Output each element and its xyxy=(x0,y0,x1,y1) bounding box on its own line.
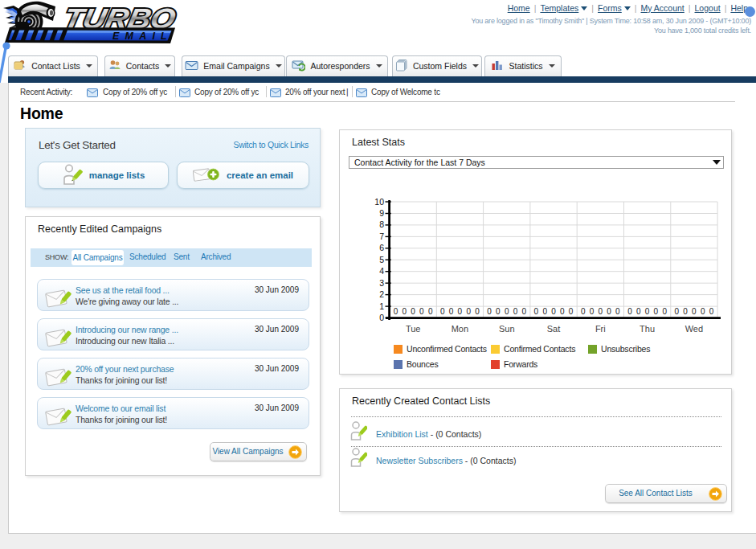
svg-text:Sat: Sat xyxy=(547,324,561,334)
svg-text:10: 10 xyxy=(374,197,384,207)
svg-text:4: 4 xyxy=(379,266,384,276)
svg-text:Wed: Wed xyxy=(685,324,703,334)
svg-text:Mon: Mon xyxy=(452,324,468,334)
svg-text:0: 0 xyxy=(599,307,603,316)
svg-text:0: 0 xyxy=(379,313,384,322)
svg-text:0: 0 xyxy=(542,307,547,316)
svg-text:0: 0 xyxy=(505,307,509,316)
svg-text:6: 6 xyxy=(379,243,384,252)
svg-text:Tue: Tue xyxy=(406,324,421,334)
svg-text:0: 0 xyxy=(458,307,463,316)
svg-text:0: 0 xyxy=(449,307,454,316)
svg-text:0: 0 xyxy=(569,307,574,316)
svg-text:0: 0 xyxy=(487,307,492,316)
svg-text:0: 0 xyxy=(709,307,714,316)
svg-text:3: 3 xyxy=(379,278,384,288)
svg-text:2: 2 xyxy=(379,289,384,299)
svg-text:0: 0 xyxy=(428,307,433,316)
svg-text:0: 0 xyxy=(560,307,565,316)
svg-text:0: 0 xyxy=(394,307,398,316)
svg-text:0: 0 xyxy=(419,307,424,316)
svg-text:0: 0 xyxy=(662,307,667,316)
svg-text:1: 1 xyxy=(379,301,384,311)
svg-text:0: 0 xyxy=(701,307,705,316)
svg-text:0: 0 xyxy=(411,307,415,316)
svg-text:0: 0 xyxy=(466,307,471,316)
svg-text:0: 0 xyxy=(692,307,697,316)
svg-text:0: 0 xyxy=(654,307,659,316)
svg-text:0: 0 xyxy=(636,307,641,316)
svg-text:0: 0 xyxy=(645,307,650,316)
svg-text:0: 0 xyxy=(615,307,620,316)
svg-text:0: 0 xyxy=(522,307,527,316)
svg-text:9: 9 xyxy=(379,208,384,218)
svg-text:0: 0 xyxy=(607,307,611,316)
svg-text:0: 0 xyxy=(496,307,501,316)
svg-text:8: 8 xyxy=(379,219,384,229)
svg-text:0: 0 xyxy=(440,307,445,316)
svg-text:0: 0 xyxy=(581,307,586,316)
svg-text:0: 0 xyxy=(403,307,407,316)
svg-text:0: 0 xyxy=(627,307,632,316)
svg-text:0: 0 xyxy=(551,307,556,316)
svg-text:0: 0 xyxy=(475,307,480,316)
svg-text:Sun: Sun xyxy=(499,324,515,334)
svg-text:EMAIL: EMAIL xyxy=(112,31,173,42)
svg-text:0: 0 xyxy=(683,307,688,316)
svg-text:0: 0 xyxy=(590,307,595,316)
svg-text:Fri: Fri xyxy=(595,324,606,334)
svg-text:0: 0 xyxy=(534,307,539,316)
svg-text:5: 5 xyxy=(379,255,384,264)
svg-text:0: 0 xyxy=(675,307,680,316)
svg-text:0: 0 xyxy=(513,307,518,316)
svg-text:7: 7 xyxy=(379,231,384,241)
svg-text:Thu: Thu xyxy=(640,324,655,334)
